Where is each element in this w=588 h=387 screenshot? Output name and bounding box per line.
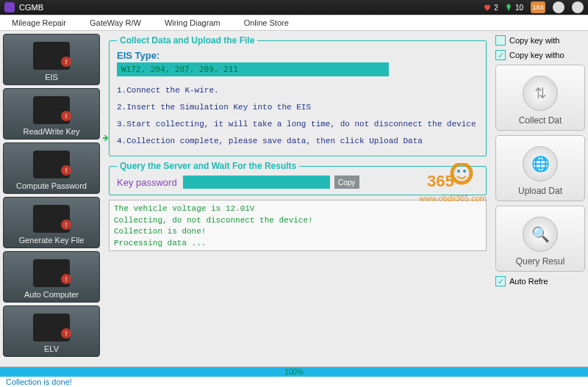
progress-label: 100% [0, 367, 588, 377]
key-password-label: Key password [117, 177, 177, 188]
query-server-legend: Query the Server and Wait For the Result… [117, 161, 299, 171]
search-icon: 🔍 [523, 217, 558, 252]
app-body: ! EIS ! Read/Write Key ! Compute Passwor… [0, 31, 588, 366]
checkbox-checked-icon: ✓ [495, 276, 506, 286]
diamonds-stat: 10 [504, 3, 523, 12]
checkbox-checked-icon: ✓ [495, 50, 506, 60]
copy-key-without-option[interactable]: ✓ Copy key witho [495, 50, 585, 60]
menu-bar: Mileage Repair GateWay R/W Wiring Diagra… [0, 15, 588, 31]
copy-key-with-option[interactable]: Copy key with [495, 35, 585, 46]
log-console: The vehicle voltage is 12.01V Collecting… [109, 200, 487, 251]
title-bar: CGMB 2 10 184 [0, 0, 588, 15]
arrow-icon: ➔ [103, 131, 109, 145]
settings-icon[interactable] [572, 1, 584, 13]
menu-mileage-repair[interactable]: Mileage Repair [0, 18, 78, 27]
instruction-line: 3.Start collecting, it will take a long … [117, 116, 478, 133]
sidebar: ! EIS ! Read/Write Key ! Compute Passwor… [0, 31, 103, 366]
sidebar-item-label: Compute Password [16, 181, 87, 190]
progress-bar: 100% [0, 366, 588, 377]
collect-data-button[interactable]: ⇅ Collect Dat [495, 65, 585, 131]
log-line: Collection is done! [114, 226, 481, 237]
status-bar: Collection is done! [0, 377, 588, 387]
checkbox-icon [495, 35, 506, 46]
calendar-badge[interactable]: 184 [531, 1, 545, 13]
menu-online-store[interactable]: Online Store [232, 18, 301, 27]
notification-badge-icon: ! [61, 111, 71, 121]
sidebar-item-auto-computer[interactable]: ! Auto Computer [3, 251, 100, 303]
instruction-line: 1.Connect the K-wire. [117, 82, 478, 99]
app-logo-icon [4, 2, 15, 12]
diamond-icon [504, 3, 513, 12]
key-password-input[interactable] [183, 176, 330, 189]
usb-icon: ⇅ [523, 76, 558, 111]
sidebar-item-label: Auto Computer [24, 290, 79, 299]
button-label: Collect Dat [519, 115, 562, 126]
sidebar-item-compute-password[interactable]: ! Compute Password [3, 142, 100, 194]
right-panel: Copy key with ✓ Copy key witho ⇅ Collect… [492, 31, 588, 366]
notification-badge-icon: ! [61, 220, 71, 230]
eis-type-value: W172, 204, 207, 209, 211 [117, 62, 389, 76]
eis-type-label: EIS Type: [117, 50, 478, 61]
menu-wiring-diagram[interactable]: Wiring Diagram [153, 18, 232, 27]
hearts-stat: 2 [483, 3, 498, 12]
diamonds-count: 10 [515, 4, 523, 12]
upload-data-button[interactable]: 🌐 Upload Dat [495, 135, 585, 201]
hearts-count: 2 [494, 4, 498, 12]
copy-button[interactable]: Copy [334, 176, 359, 189]
instruction-line: 4.Collection complete, please save data,… [117, 133, 478, 150]
log-line: Processing data ... [114, 238, 481, 249]
notification-badge-icon: ! [61, 165, 71, 176]
instruction-line: 2.Insert the Simulation Key into the EIS [117, 99, 478, 116]
log-line: The vehicle voltage is 12.01V [114, 203, 481, 214]
button-label: Upload Dat [518, 186, 562, 196]
main-panel: Collect Data and Upload the File ➔ EIS T… [103, 31, 492, 366]
sidebar-item-generate-key-file[interactable]: ! Generate Key File [3, 197, 100, 248]
option-label: Auto Refre [509, 277, 548, 286]
auto-refresh-option[interactable]: ✓ Auto Refre [495, 276, 585, 286]
notification-badge-icon: ! [61, 57, 71, 67]
menu-gateway-rw[interactable]: GateWay R/W [78, 18, 153, 27]
heart-icon [483, 3, 492, 12]
option-label: Copy key with [509, 36, 559, 45]
app-title: CGMB [19, 3, 43, 12]
collect-data-panel: Collect Data and Upload the File ➔ EIS T… [109, 35, 487, 156]
log-line: Collecting, do not disconnect the device… [114, 215, 481, 226]
sidebar-item-label: EIS [45, 73, 58, 82]
sidebar-item-label: Read/Write Key [24, 127, 80, 136]
sidebar-item-read-write-key[interactable]: ! Read/Write Key [3, 88, 100, 140]
query-server-panel: Query the Server and Wait For the Result… [109, 161, 487, 195]
sidebar-item-label: Generate Key File [19, 236, 85, 245]
globe-icon: 🌐 [523, 146, 558, 181]
timer-icon[interactable] [553, 1, 564, 13]
option-label: Copy key witho [509, 51, 564, 59]
button-label: Query Resul [516, 256, 565, 267]
notification-badge-icon: ! [61, 274, 71, 284]
status-text: Collection is done! [6, 377, 72, 386]
sidebar-item-label: ELV [44, 344, 59, 353]
notification-badge-icon: ! [61, 328, 71, 339]
collect-data-legend: Collect Data and Upload the File [117, 35, 257, 46]
query-result-button[interactable]: 🔍 Query Resul [495, 206, 585, 272]
instructions: 1.Connect the K-wire. 2.Insert the Simul… [117, 82, 478, 150]
sidebar-item-eis[interactable]: ! EIS [3, 34, 100, 85]
sidebar-item-elv[interactable]: ! ELV [3, 305, 100, 357]
